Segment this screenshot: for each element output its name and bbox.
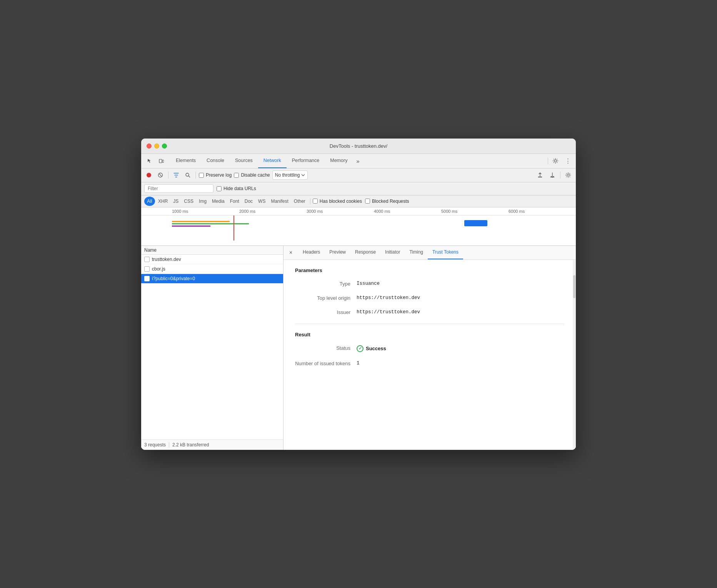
type-filter-ws[interactable]: WS: [256, 197, 268, 206]
timeline-bar-green: [172, 223, 249, 224]
details-content[interactable]: Parameters Type Issuance Top level origi…: [283, 260, 576, 450]
request-name-1: trusttoken.dev: [152, 257, 181, 262]
timeline-area[interactable]: 1000 ms 2000 ms 3000 ms 4000 ms 5000 ms …: [141, 207, 576, 246]
settings-icon-button[interactable]: [550, 156, 560, 166]
toolbar-sep-2: [195, 172, 196, 179]
type-filter-separator: [310, 198, 310, 204]
requests-footer: 3 requests 2.2 kB transferred: [141, 439, 283, 450]
type-filter-manifest[interactable]: Manifest: [268, 197, 290, 206]
tab-network[interactable]: Network: [258, 154, 287, 168]
tab-preview[interactable]: Preview: [325, 246, 350, 259]
record-button[interactable]: [144, 170, 153, 180]
footer-separator: [169, 442, 169, 448]
details-tabs: × Headers Preview Response Initiator Tim…: [283, 246, 576, 260]
tab-elements[interactable]: Elements: [170, 154, 201, 168]
svg-point-5: [186, 173, 189, 176]
tokens-label: Number of issued tokens: [295, 361, 357, 366]
cursor-icon-button[interactable]: [144, 155, 155, 166]
type-filter-js[interactable]: JS: [171, 197, 181, 206]
has-blocked-cookies-checkbox[interactable]: Has blocked cookies: [313, 199, 362, 204]
tabs-right-icons: ⋮: [548, 156, 573, 166]
toolbar-sep-1: [168, 172, 168, 179]
filter-input[interactable]: [144, 184, 213, 193]
svg-line-4: [159, 174, 162, 177]
window-title: DevTools - trusttoken.dev/: [330, 143, 387, 149]
tab-sources[interactable]: Sources: [230, 154, 258, 168]
timeline-tick-1: 1000 ms: [172, 209, 239, 214]
type-filter-other[interactable]: Other: [292, 197, 308, 206]
parameters-title: Parameters: [295, 267, 564, 273]
upload-button[interactable]: [535, 170, 545, 180]
type-filter-media[interactable]: Media: [210, 197, 227, 206]
request-name-3: i?public=0&private=0: [152, 276, 195, 281]
top-level-origin-row: Top level origin https://trusttoken.dev: [295, 295, 564, 301]
throttle-dropdown[interactable]: No throttling: [272, 170, 308, 180]
tab-console[interactable]: Console: [201, 154, 230, 168]
tab-performance[interactable]: Performance: [287, 154, 325, 168]
network-settings-button[interactable]: [564, 170, 573, 180]
issuer-label: Issuer: [295, 309, 357, 315]
issuer-value: https://trusttoken.dev: [357, 309, 420, 315]
type-filter-doc[interactable]: Doc: [242, 197, 255, 206]
timeline-tick-6: 6000 ms: [509, 209, 576, 214]
more-tabs-button[interactable]: »: [353, 156, 363, 166]
disable-cache-checkbox[interactable]: Disable cache: [234, 172, 270, 178]
type-value: Issuance: [357, 281, 380, 286]
main-area: Name trusttoken.dev cbor.js i?public=0&p…: [141, 246, 576, 450]
details-close-button[interactable]: ×: [287, 248, 295, 257]
request-item-1[interactable]: trusttoken.dev: [141, 255, 283, 264]
type-filter-all[interactable]: All: [144, 197, 155, 206]
hide-data-urls-checkbox[interactable]: Hide data URLs: [217, 186, 256, 191]
close-button[interactable]: [147, 144, 152, 149]
disable-cache-input[interactable]: [234, 173, 239, 178]
tab-memory[interactable]: Memory: [325, 154, 353, 168]
tab-initiator[interactable]: Initiator: [380, 246, 405, 259]
blocked-requests-input[interactable]: [365, 199, 370, 204]
tokens-row: Number of issued tokens 1: [295, 361, 564, 366]
tab-timing[interactable]: Timing: [405, 246, 428, 259]
status-row: Status ✓ Success: [295, 345, 564, 352]
search-icon-button[interactable]: [183, 170, 192, 180]
devtools-window: DevTools - trusttoken.dev/ Ele: [141, 139, 576, 450]
type-row: Type Issuance: [295, 281, 564, 287]
preserve-log-checkbox[interactable]: Preserve log: [199, 172, 232, 178]
cookie-filters: Has blocked cookies Blocked Requests: [313, 199, 409, 204]
blocked-requests-checkbox[interactable]: Blocked Requests: [365, 199, 409, 204]
type-filter-img[interactable]: Img: [197, 197, 209, 206]
minimize-button[interactable]: [154, 144, 159, 149]
has-blocked-cookies-input[interactable]: [313, 199, 318, 204]
filter-icon-button[interactable]: [172, 170, 181, 180]
network-toolbar: Preserve log Disable cache No throttling: [141, 169, 576, 182]
timeline-bar-orange: [172, 221, 230, 222]
scrollbar-thumb[interactable]: [573, 275, 575, 298]
request-icon-1: [144, 257, 150, 262]
more-options-button[interactable]: ⋮: [563, 156, 573, 166]
svg-point-2: [554, 160, 557, 162]
section-divider: [295, 324, 564, 324]
type-filter-font[interactable]: Font: [228, 197, 242, 206]
hide-data-urls-input[interactable]: [217, 186, 222, 191]
tab-headers[interactable]: Headers: [298, 246, 325, 259]
type-filter-css[interactable]: CSS: [182, 197, 196, 206]
preserve-log-input[interactable]: [199, 173, 204, 178]
request-item-3[interactable]: i?public=0&private=0: [141, 274, 283, 284]
clear-button[interactable]: [156, 170, 165, 180]
device-toggle-button[interactable]: [156, 155, 167, 166]
traffic-lights: [147, 144, 167, 149]
request-item-2[interactable]: cbor.js: [141, 264, 283, 274]
timeline-tick-3: 3000 ms: [307, 209, 374, 214]
scrollbar-track[interactable]: [573, 260, 576, 450]
svg-point-7: [567, 174, 569, 176]
request-name-2: cbor.js: [152, 266, 165, 272]
issuer-row: Issuer https://trusttoken.dev: [295, 309, 564, 315]
type-filter-xhr[interactable]: XHR: [156, 197, 170, 206]
tokens-value: 1: [357, 361, 360, 366]
tab-trust-tokens[interactable]: Trust Tokens: [428, 246, 463, 259]
download-button[interactable]: [548, 170, 557, 180]
tab-response[interactable]: Response: [350, 246, 380, 259]
request-list[interactable]: trusttoken.dev cbor.js i?public=0&privat…: [141, 255, 283, 439]
status-value: ✓ Success: [357, 345, 386, 352]
maximize-button[interactable]: [162, 144, 167, 149]
main-tabs: Elements Console Sources Network Perform…: [170, 154, 548, 168]
type-label: Type: [295, 281, 357, 287]
